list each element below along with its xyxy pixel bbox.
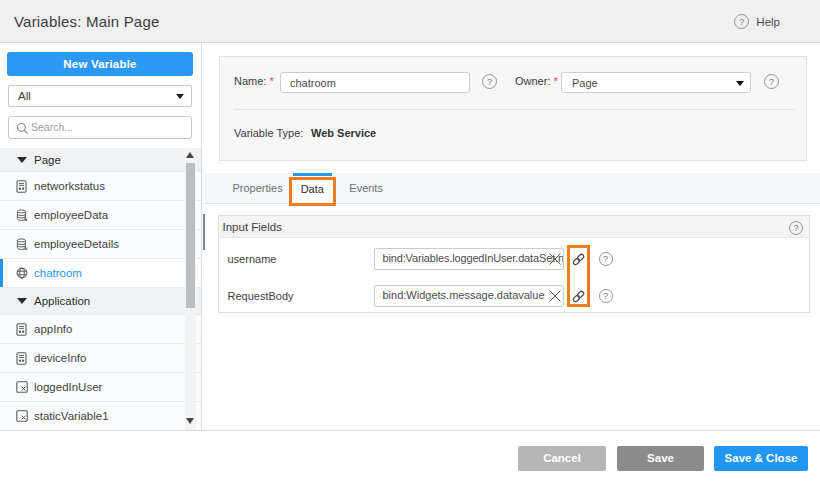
variable-type-value: Web Service	[311, 127, 376, 139]
device-icon	[16, 351, 28, 365]
scroll-down-icon[interactable]	[186, 418, 194, 424]
chevron-down-icon	[176, 94, 184, 99]
tree-item-label: appInfo	[34, 323, 72, 335]
variable-type-label: Variable Type:	[234, 127, 303, 139]
globe-icon	[16, 266, 28, 280]
device-icon	[16, 179, 28, 193]
field-help-icon[interactable]: ?	[599, 289, 613, 303]
variables-sidebar: New Variable All Search... Page networks…	[0, 44, 202, 430]
tab-events[interactable]: Events	[349, 173, 383, 204]
tree-item-label: staticVariable1	[34, 410, 109, 422]
required-asterisk: *	[553, 75, 557, 87]
name-help-icon[interactable]: ?	[482, 74, 497, 89]
clear-icon[interactable]	[548, 252, 562, 266]
chevron-down-icon	[736, 81, 744, 86]
page-title: Variables: Main Page	[14, 0, 159, 43]
name-label: Name:*	[234, 75, 274, 87]
owner-help-icon[interactable]: ?	[764, 74, 779, 89]
scroll-up-icon[interactable]	[186, 152, 194, 158]
static-variable-icon	[16, 380, 28, 394]
tree-item-label: employeeData	[34, 209, 108, 221]
bind-link-icon[interactable]	[571, 252, 586, 267]
tree-item-appInfo[interactable]: appInfo	[0, 315, 201, 344]
help-icon: ?	[734, 14, 749, 29]
variable-filter-value: All	[18, 86, 31, 106]
owner-select[interactable]: Page	[561, 72, 751, 93]
tree-item-deviceInfo[interactable]: deviceInfo	[0, 344, 201, 373]
input-fields-title: Input Fields	[223, 216, 282, 238]
tree-group-label: Page	[34, 154, 61, 166]
field-label-requestbody: RequestBody	[228, 290, 294, 302]
tree-item-employeeData[interactable]: employeeData	[0, 201, 201, 230]
bind-link-icon[interactable]	[571, 289, 586, 304]
tree-item-label: deviceInfo	[34, 352, 86, 364]
cancel-button[interactable]: Cancel	[518, 446, 606, 471]
tab-data[interactable]: Data	[293, 173, 332, 204]
tree-item-loggedInUser[interactable]: loggedInUser	[0, 373, 201, 402]
device-icon	[16, 322, 28, 336]
tree-item-staticVariable1[interactable]: staticVariable1	[0, 402, 201, 430]
database-icon	[16, 237, 28, 251]
search-placeholder: Search...	[31, 117, 73, 138]
name-input[interactable]: chatroom	[280, 72, 470, 93]
selected-indicator	[0, 259, 3, 287]
tree-group-page[interactable]: Page	[0, 148, 201, 172]
input-fields-section: Input Fields ? username bind:Variables.l…	[218, 215, 811, 313]
tree-item-networkstatus[interactable]: networkstatus	[0, 172, 201, 201]
field-input-requestbody[interactable]: bind:Widgets.message.datavalue	[374, 285, 564, 307]
variable-filter-select[interactable]: All	[8, 85, 192, 107]
tab-bar: Properties Data Events	[205, 173, 820, 204]
dialog-header: Variables: Main Page ? Help	[0, 0, 820, 43]
collapse-triangle-icon	[17, 298, 27, 304]
static-variable-icon	[16, 409, 28, 423]
owner-label: Owner:*	[515, 75, 558, 87]
clear-icon[interactable]	[548, 289, 562, 303]
name-value: chatroom	[290, 77, 336, 89]
required-asterisk: *	[269, 75, 273, 87]
save-and-close-button[interactable]: Save & Close	[714, 446, 808, 471]
collapse-triangle-icon	[17, 157, 27, 163]
tab-data-label: Data	[293, 176, 332, 203]
search-icon	[16, 121, 29, 139]
field-input-username[interactable]: bind:Variables.loggedInUser.dataSet.name	[374, 248, 564, 270]
tab-properties[interactable]: Properties	[233, 173, 283, 204]
field-help-icon[interactable]: ?	[599, 252, 613, 266]
save-button[interactable]: Save	[617, 446, 704, 471]
panel-divider	[234, 109, 795, 110]
field-label-username: username	[228, 253, 277, 265]
sidebar-scrollbar-thumb[interactable]	[186, 163, 195, 308]
footer-bar: Cancel Save Save & Close	[0, 430, 820, 489]
new-variable-button[interactable]: New Variable	[7, 52, 193, 76]
tree-group-label: Application	[34, 295, 90, 307]
tree-item-label: employeeDetails	[34, 238, 119, 250]
tree-item-label: chatroom	[34, 267, 82, 279]
input-fields-header: Input Fields ?	[219, 216, 810, 239]
tree-item-employeeDetails[interactable]: employeeDetails	[0, 230, 201, 259]
owner-value: Page	[572, 73, 598, 93]
tree-item-label: loggedInUser	[34, 381, 102, 393]
tree-group-application[interactable]: Application	[0, 288, 201, 315]
input-fields-help-icon[interactable]: ?	[789, 221, 803, 235]
help-label: Help	[756, 16, 780, 28]
main-panel: Name:* chatroom ? Owner:* Page ? Variabl…	[205, 44, 820, 430]
search-input[interactable]: Search...	[8, 116, 192, 139]
variable-summary-panel: Name:* chatroom ? Owner:* Page ? Variabl…	[219, 56, 807, 161]
tree-item-chatroom[interactable]: chatroom	[0, 259, 201, 288]
help-button[interactable]: ? Help	[734, 0, 780, 43]
tree-item-label: networkstatus	[34, 180, 105, 192]
variables-tree: Page networkstatus employeeData employee…	[0, 148, 201, 430]
database-icon	[16, 208, 28, 222]
